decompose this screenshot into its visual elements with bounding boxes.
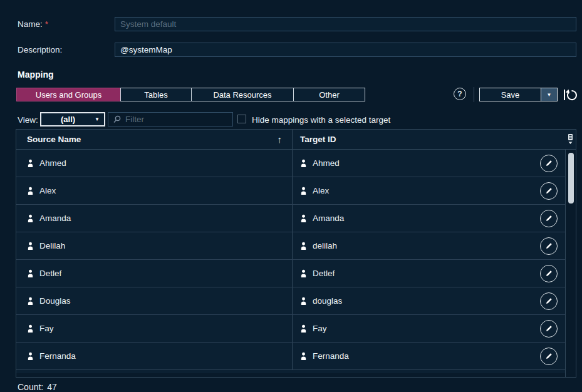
source-name: Amanda — [39, 214, 71, 223]
hide-mappings-checkbox[interactable] — [237, 115, 246, 123]
name-input[interactable] — [115, 17, 576, 31]
hide-mappings-label[interactable]: Hide mappings with a selected target — [252, 115, 390, 125]
person-icon — [300, 159, 307, 168]
pencil-icon — [545, 214, 553, 222]
source-name: Alex — [39, 186, 56, 195]
target-id: delilah — [313, 241, 337, 250]
person-icon — [300, 269, 307, 278]
description-input[interactable] — [115, 43, 576, 57]
pencil-icon — [545, 352, 553, 360]
edit-target-button[interactable] — [540, 155, 558, 172]
save-split-button[interactable]: Save ▼ — [479, 88, 558, 101]
target-id-header-text: Target ID — [300, 135, 336, 144]
edit-target-button[interactable] — [540, 210, 558, 227]
row-count: Count:47 — [18, 382, 57, 392]
help-icon[interactable]: ? — [454, 88, 466, 100]
target-id: Alex — [313, 186, 329, 195]
pencil-icon — [545, 242, 553, 250]
person-icon — [27, 352, 34, 361]
mapping-tabbar: Users and Groups Tables Data Resources O… — [16, 88, 365, 101]
table-row[interactable]: Amanda Amanda — [16, 205, 565, 232]
person-icon — [27, 159, 34, 168]
table-row[interactable]: Delilah delilah — [16, 232, 565, 260]
table-row[interactable]: Alex Alex — [16, 177, 565, 205]
description-label: Description: — [18, 45, 62, 54]
view-dropdown-value: (all) — [41, 115, 95, 124]
table-row[interactable]: Fernanda Fernanda — [16, 343, 565, 370]
save-dropdown-caret-icon[interactable]: ▼ — [541, 88, 557, 101]
count-value: 47 — [47, 382, 57, 392]
target-id: Amanda — [313, 214, 344, 223]
edit-target-button[interactable] — [540, 237, 558, 255]
filter-input[interactable] — [108, 112, 233, 126]
edit-target-button[interactable] — [540, 348, 558, 365]
person-icon — [27, 214, 34, 223]
mapping-section-title: Mapping — [18, 70, 54, 80]
source-name: Detlef — [39, 269, 61, 278]
pencil-icon — [545, 269, 553, 277]
table-scrollbar-track[interactable] — [565, 150, 576, 377]
source-name: Fay — [39, 324, 54, 333]
table-row[interactable]: Detlef Detlef — [16, 260, 565, 287]
revert-icon[interactable] — [562, 87, 578, 103]
person-icon — [300, 324, 307, 333]
pencil-icon — [545, 324, 553, 333]
pencil-icon — [545, 159, 553, 167]
mapping-table: Source Name ↑ Target ID — [16, 129, 576, 378]
person-icon — [27, 242, 34, 250]
edit-target-button[interactable] — [540, 265, 558, 282]
save-button[interactable]: Save — [480, 88, 541, 101]
person-icon — [27, 269, 34, 278]
sort-ascending-icon[interactable]: ↑ — [278, 134, 283, 145]
filter-field — [108, 112, 233, 126]
name-label: Name:* — [18, 19, 48, 29]
table-header: Source Name ↑ Target ID — [16, 130, 576, 150]
table-row[interactable]: Ahmed Ahmed — [16, 150, 565, 177]
tab-other[interactable]: Other — [293, 88, 365, 101]
mapping-editor-window: Name:* Description: Mapping Users and Gr… — [0, 0, 582, 392]
table-scrollbar-thumb[interactable] — [568, 153, 574, 204]
source-name: Douglas — [39, 296, 71, 306]
pencil-icon — [545, 187, 553, 195]
tab-data-resources[interactable]: Data Resources — [191, 88, 294, 101]
target-id: Fay — [313, 324, 327, 333]
count-label: Count: — [18, 382, 43, 392]
source-name: Fernanda — [39, 351, 76, 361]
view-dropdown[interactable]: (all) ▼ — [40, 112, 105, 126]
target-id: Detlef — [313, 269, 335, 278]
person-icon — [300, 297, 307, 306]
target-id: Fernanda — [313, 351, 349, 361]
edit-target-button[interactable] — [540, 320, 558, 338]
edit-target-button[interactable] — [540, 292, 558, 310]
source-name: Ahmed — [39, 158, 66, 168]
person-icon — [300, 187, 307, 195]
column-chooser-icon[interactable] — [566, 133, 574, 147]
view-dropdown-caret-icon: ▼ — [95, 116, 104, 122]
table-row[interactable]: Douglas douglas — [16, 287, 565, 315]
table-row[interactable]: Fay Fay — [16, 315, 565, 343]
toolbar-divider — [474, 87, 474, 102]
person-icon — [27, 187, 34, 195]
required-asterisk: * — [45, 19, 48, 29]
pencil-icon — [545, 297, 553, 305]
column-header-source-name[interactable]: Source Name ↑ — [16, 130, 293, 149]
name-label-text: Name: — [18, 19, 43, 29]
person-icon — [300, 352, 307, 361]
target-id: Ahmed — [313, 158, 340, 168]
edit-target-button[interactable] — [540, 182, 558, 200]
target-id: douglas — [313, 296, 342, 306]
column-header-target-id[interactable]: Target ID — [293, 130, 576, 149]
tab-users-and-groups[interactable]: Users and Groups — [16, 88, 121, 101]
person-icon — [27, 297, 34, 306]
table-body-rows: Ahmed Ahmed — [16, 150, 565, 377]
person-icon — [300, 242, 307, 250]
view-label: View: — [18, 115, 38, 125]
search-icon — [112, 115, 122, 126]
tab-tables[interactable]: Tables — [120, 88, 192, 101]
source-name: Delilah — [39, 241, 65, 250]
person-icon — [27, 324, 34, 333]
person-icon — [300, 214, 307, 223]
source-name-header-text: Source Name — [27, 135, 81, 144]
table-row-partial[interactable] — [16, 370, 565, 373]
